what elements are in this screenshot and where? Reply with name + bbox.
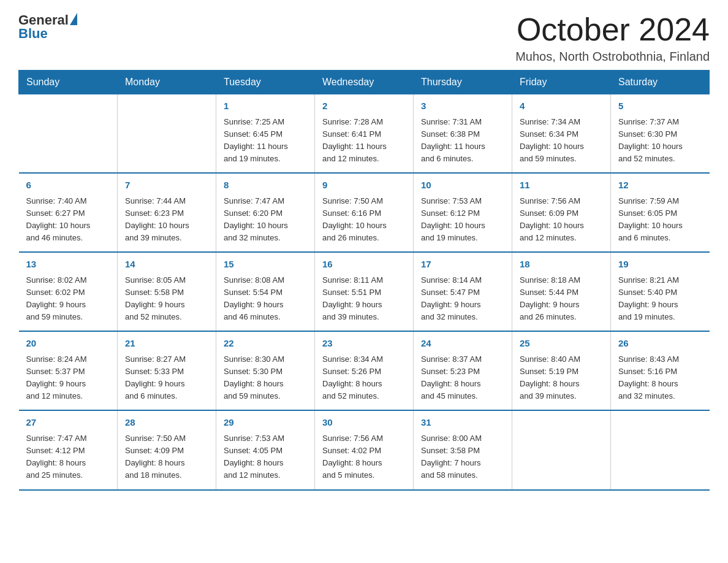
calendar-header-row: SundayMondayTuesdayWednesdayThursdayFrid…: [19, 71, 710, 94]
calendar-cell: 24Sunrise: 8:37 AM Sunset: 5:23 PM Dayli…: [414, 331, 512, 410]
calendar-cell: 5Sunrise: 7:37 AM Sunset: 6:30 PM Daylig…: [611, 94, 710, 174]
weekday-header: Wednesday: [315, 71, 414, 94]
calendar-cell: 3Sunrise: 7:31 AM Sunset: 6:38 PM Daylig…: [414, 94, 512, 174]
day-number: 29: [224, 416, 307, 430]
calendar-cell: 18Sunrise: 8:18 AM Sunset: 5:44 PM Dayli…: [512, 252, 611, 331]
calendar-cell: [611, 410, 710, 489]
day-info: Sunrise: 7:34 AM Sunset: 6:34 PM Dayligh…: [520, 116, 603, 166]
day-info: Sunrise: 7:31 AM Sunset: 6:38 PM Dayligh…: [421, 116, 504, 166]
day-number: 7: [125, 178, 208, 193]
day-info: Sunrise: 8:21 AM Sunset: 5:40 PM Dayligh…: [618, 274, 702, 324]
calendar-cell: 8Sunrise: 7:47 AM Sunset: 6:20 PM Daylig…: [216, 173, 315, 252]
day-info: Sunrise: 7:56 AM Sunset: 6:09 PM Dayligh…: [520, 195, 603, 245]
day-info: Sunrise: 8:02 AM Sunset: 6:02 PM Dayligh…: [26, 274, 110, 324]
calendar-cell: 4Sunrise: 7:34 AM Sunset: 6:34 PM Daylig…: [512, 94, 611, 174]
day-number: 18: [520, 258, 603, 272]
calendar-cell: 11Sunrise: 7:56 AM Sunset: 6:09 PM Dayli…: [512, 173, 611, 252]
day-info: Sunrise: 7:37 AM Sunset: 6:30 PM Dayligh…: [618, 116, 702, 166]
day-info: Sunrise: 8:37 AM Sunset: 5:23 PM Dayligh…: [421, 353, 504, 403]
calendar-cell: 16Sunrise: 8:11 AM Sunset: 5:51 PM Dayli…: [315, 252, 414, 331]
day-info: Sunrise: 7:47 AM Sunset: 6:20 PM Dayligh…: [224, 195, 307, 245]
day-info: Sunrise: 7:53 AM Sunset: 4:05 PM Dayligh…: [224, 432, 307, 482]
calendar-cell: 27Sunrise: 7:47 AM Sunset: 4:12 PM Dayli…: [19, 410, 118, 489]
day-number: 17: [421, 258, 504, 272]
calendar-cell: 7Sunrise: 7:44 AM Sunset: 6:23 PM Daylig…: [118, 173, 216, 252]
day-number: 3: [421, 99, 504, 113]
day-info: Sunrise: 8:27 AM Sunset: 5:33 PM Dayligh…: [125, 353, 208, 403]
day-info: Sunrise: 7:44 AM Sunset: 6:23 PM Dayligh…: [125, 195, 208, 245]
calendar-cell: 1Sunrise: 7:25 AM Sunset: 6:45 PM Daylig…: [216, 94, 315, 174]
day-number: 28: [125, 416, 208, 430]
day-info: Sunrise: 8:08 AM Sunset: 5:54 PM Dayligh…: [224, 274, 307, 324]
calendar-cell: 6Sunrise: 7:40 AM Sunset: 6:27 PM Daylig…: [19, 173, 118, 252]
month-title: October 2024: [515, 12, 710, 47]
day-info: Sunrise: 8:24 AM Sunset: 5:37 PM Dayligh…: [26, 353, 110, 403]
calendar-cell: 30Sunrise: 7:56 AM Sunset: 4:02 PM Dayli…: [315, 410, 414, 489]
day-number: 31: [421, 416, 504, 430]
day-number: 24: [421, 337, 504, 351]
day-number: 13: [26, 258, 110, 272]
day-number: 19: [618, 258, 702, 272]
calendar-cell: 31Sunrise: 8:00 AM Sunset: 3:58 PM Dayli…: [414, 410, 512, 489]
day-number: 26: [618, 337, 702, 351]
day-number: 27: [26, 416, 110, 430]
calendar-cell: 17Sunrise: 8:14 AM Sunset: 5:47 PM Dayli…: [414, 252, 512, 331]
logo-blue-text: Blue: [18, 26, 48, 42]
day-info: Sunrise: 8:30 AM Sunset: 5:30 PM Dayligh…: [224, 353, 307, 403]
day-number: 4: [520, 99, 603, 113]
day-number: 8: [224, 178, 307, 193]
weekday-header: Thursday: [414, 71, 512, 94]
day-info: Sunrise: 7:59 AM Sunset: 6:05 PM Dayligh…: [618, 195, 702, 245]
day-number: 1: [224, 99, 307, 113]
day-number: 30: [322, 416, 406, 430]
title-section: October 2024 Muhos, North Ostrobothnia, …: [515, 12, 710, 64]
calendar-cell: 10Sunrise: 7:53 AM Sunset: 6:12 PM Dayli…: [414, 173, 512, 252]
day-info: Sunrise: 8:05 AM Sunset: 5:58 PM Dayligh…: [125, 274, 208, 324]
calendar-week-row: 1Sunrise: 7:25 AM Sunset: 6:45 PM Daylig…: [19, 94, 710, 174]
calendar-cell: 23Sunrise: 8:34 AM Sunset: 5:26 PM Dayli…: [315, 331, 414, 410]
calendar-week-row: 20Sunrise: 8:24 AM Sunset: 5:37 PM Dayli…: [19, 331, 710, 410]
calendar-cell: [118, 94, 216, 174]
calendar-week-row: 13Sunrise: 8:02 AM Sunset: 6:02 PM Dayli…: [19, 252, 710, 331]
day-info: Sunrise: 7:50 AM Sunset: 6:16 PM Dayligh…: [322, 195, 406, 245]
calendar-cell: 2Sunrise: 7:28 AM Sunset: 6:41 PM Daylig…: [315, 94, 414, 174]
day-number: 12: [618, 178, 702, 193]
calendar-cell: 9Sunrise: 7:50 AM Sunset: 6:16 PM Daylig…: [315, 173, 414, 252]
day-info: Sunrise: 8:14 AM Sunset: 5:47 PM Dayligh…: [421, 274, 504, 324]
calendar-cell: 14Sunrise: 8:05 AM Sunset: 5:58 PM Dayli…: [118, 252, 216, 331]
calendar-cell: 19Sunrise: 8:21 AM Sunset: 5:40 PM Dayli…: [611, 252, 710, 331]
day-number: 21: [125, 337, 208, 351]
day-info: Sunrise: 7:56 AM Sunset: 4:02 PM Dayligh…: [322, 432, 406, 482]
day-number: 6: [26, 178, 110, 193]
day-info: Sunrise: 7:50 AM Sunset: 4:09 PM Dayligh…: [125, 432, 208, 482]
day-number: 16: [322, 258, 406, 272]
day-number: 2: [322, 99, 406, 113]
day-number: 25: [520, 337, 603, 351]
day-number: 11: [520, 178, 603, 193]
calendar-cell: 21Sunrise: 8:27 AM Sunset: 5:33 PM Dayli…: [118, 331, 216, 410]
day-number: 22: [224, 337, 307, 351]
day-number: 10: [421, 178, 504, 193]
weekday-header: Saturday: [611, 71, 710, 94]
page-header: General Blue October 2024 Muhos, North O…: [18, 12, 710, 64]
calendar-table: SundayMondayTuesdayWednesdayThursdayFrid…: [18, 70, 710, 490]
weekday-header: Monday: [118, 71, 216, 94]
calendar-cell: 22Sunrise: 8:30 AM Sunset: 5:30 PM Dayli…: [216, 331, 315, 410]
day-info: Sunrise: 7:40 AM Sunset: 6:27 PM Dayligh…: [26, 195, 110, 245]
day-number: 23: [322, 337, 406, 351]
day-info: Sunrise: 8:34 AM Sunset: 5:26 PM Dayligh…: [322, 353, 406, 403]
calendar-cell: 20Sunrise: 8:24 AM Sunset: 5:37 PM Dayli…: [19, 331, 118, 410]
weekday-header: Tuesday: [216, 71, 315, 94]
logo-triangle-icon: [70, 13, 77, 25]
day-number: 9: [322, 178, 406, 193]
location-text: Muhos, North Ostrobothnia, Finland: [515, 50, 710, 64]
calendar-cell: 12Sunrise: 7:59 AM Sunset: 6:05 PM Dayli…: [611, 173, 710, 252]
logo: General Blue: [18, 12, 77, 42]
day-info: Sunrise: 8:11 AM Sunset: 5:51 PM Dayligh…: [322, 274, 406, 324]
day-number: 5: [618, 99, 702, 113]
day-info: Sunrise: 8:00 AM Sunset: 3:58 PM Dayligh…: [421, 432, 504, 482]
day-number: 15: [224, 258, 307, 272]
day-info: Sunrise: 7:28 AM Sunset: 6:41 PM Dayligh…: [322, 116, 406, 166]
day-info: Sunrise: 7:25 AM Sunset: 6:45 PM Dayligh…: [224, 116, 307, 166]
calendar-cell: [512, 410, 611, 489]
